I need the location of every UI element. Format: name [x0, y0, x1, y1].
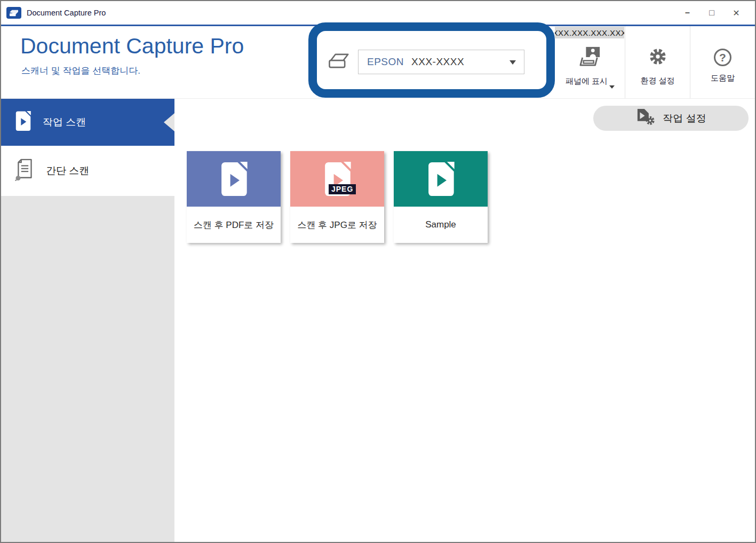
- sidebar: 작업 스캔 간단 스캔: [1, 99, 174, 542]
- chevron-down-icon: [609, 85, 615, 89]
- scanner-brand: EPSON: [367, 56, 404, 68]
- sidebar-item-simple-scan[interactable]: 간단 스캔: [1, 146, 174, 196]
- page-title: Document Capture Pro: [20, 34, 244, 59]
- help-button[interactable]: ? 도움말: [690, 26, 755, 98]
- page-subtitle: 스캐너 및 작업을 선택합니다.: [21, 65, 140, 77]
- scan-job-icon: [427, 162, 455, 196]
- sidebar-item-job-scan[interactable]: 작업 스캔: [1, 99, 174, 146]
- jpeg-badge: JPEG: [329, 184, 356, 194]
- job-tile-label: Sample: [394, 207, 488, 243]
- header-toolbar: 패널에 표시 환경 설정 ? 도움말: [555, 26, 755, 98]
- sidebar-item-label: 작업 스캔: [43, 115, 86, 129]
- header: Document Capture Pro 스캐너 및 작업을 선택합니다. EP…: [1, 26, 755, 99]
- main-content: 작업 설정 스캔 후 PDF로 저장: [174, 99, 755, 542]
- scanner-selector-group: EPSON XXX-XXXX: [328, 50, 524, 74]
- maximize-button[interactable]: □: [699, 1, 724, 25]
- job-tile[interactable]: 스캔 후 PDF로 저장: [187, 151, 281, 243]
- job-settings-label: 작업 설정: [663, 112, 706, 125]
- job-settings-button[interactable]: 작업 설정: [593, 106, 749, 131]
- window-controls: – □ ✕: [675, 1, 755, 25]
- job-settings-icon: [635, 108, 655, 128]
- job-tile-icon-area: [394, 151, 488, 207]
- job-tile-icon-area: JPEG: [290, 151, 384, 207]
- gear-icon: [648, 46, 668, 69]
- title-bar: Document Capture Pro – □ ✕: [1, 1, 755, 25]
- help-label: 도움말: [711, 73, 735, 83]
- job-tile-label: 스캔 후 JPG로 저장: [290, 207, 384, 243]
- job-tile[interactable]: JPEG 스캔 후 JPG로 저장: [290, 151, 384, 243]
- job-tile-icon-area: [187, 151, 281, 207]
- show-on-panel-icon: [578, 46, 602, 69]
- scan-job-icon: [220, 162, 248, 196]
- minimize-button[interactable]: –: [675, 1, 699, 25]
- job-tiles: 스캔 후 PDF로 저장 JPEG 스캔 후 JPG로 저장: [187, 151, 488, 243]
- app-icon: [6, 7, 21, 19]
- window-title: Document Capture Pro: [27, 9, 106, 17]
- chevron-down-icon: [510, 60, 516, 65]
- job-tile-label: 스캔 후 PDF로 저장: [187, 207, 281, 243]
- job-tile[interactable]: Sample: [394, 151, 488, 243]
- close-button[interactable]: ✕: [724, 1, 749, 25]
- sidebar-item-label: 간단 스캔: [46, 164, 89, 178]
- app-window: Document Capture Pro – □ ✕ Document Capt…: [0, 0, 756, 543]
- scanner-model: XXX-XXXX: [411, 56, 464, 68]
- settings-label: 환경 설정: [640, 76, 674, 86]
- help-icon: ?: [714, 49, 731, 66]
- app-body: 작업 스캔 간단 스캔: [1, 99, 755, 542]
- simple-scan-icon: [15, 159, 34, 184]
- scanner-select[interactable]: EPSON XXX-XXXX: [358, 50, 524, 74]
- settings-button[interactable]: 환경 설정: [625, 26, 690, 98]
- show-on-panel-label: 패널에 표시: [566, 76, 615, 86]
- scanner-icon: [328, 52, 349, 72]
- job-scan-icon: [15, 111, 31, 133]
- show-on-panel-button[interactable]: 패널에 표시: [555, 26, 625, 98]
